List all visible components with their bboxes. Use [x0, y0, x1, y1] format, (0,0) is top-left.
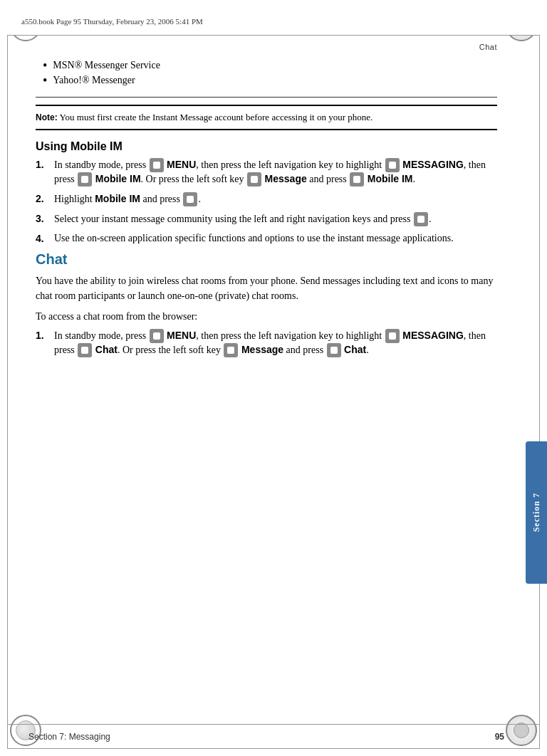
section-tab: Section 7	[526, 441, 547, 584]
step-text: Select your instant message community us…	[54, 213, 431, 227]
header-text: a550.book Page 95 Thursday, February 23,…	[21, 17, 203, 26]
chat-steps: 1. In standby mode, press MENU, then pre…	[36, 330, 497, 358]
svg-rect-11	[330, 347, 338, 354]
messaging-key-icon	[385, 158, 400, 172]
step-number: 3.	[36, 213, 50, 224]
menu-key-icon	[150, 158, 164, 172]
svg-rect-6	[417, 216, 424, 223]
bullet-dot: •	[43, 74, 47, 87]
list-item: 2. Highlight Mobile IM and press .	[36, 193, 497, 207]
message-soft-key-icon	[247, 172, 261, 187]
message-soft-key-icon-chat	[224, 343, 238, 357]
svg-rect-2	[81, 176, 88, 183]
mobile-im-steps: 1. In standby mode, press MENU, then pre…	[36, 159, 497, 244]
step-text: Highlight Mobile IM and press .	[54, 193, 201, 207]
messenger-service-list: • MSN® Messenger Service • Yahoo!® Messe…	[36, 60, 497, 87]
bullet-dot: •	[43, 59, 47, 72]
mobile-im-soft-key-icon	[350, 172, 364, 187]
divider	[36, 97, 497, 98]
note-text: You must first create the Instant Messag…	[58, 112, 373, 122]
svg-rect-10	[227, 347, 234, 354]
using-mobile-im-heading: Using Mobile IM	[36, 140, 497, 153]
list-item: • Yahoo!® Messenger	[43, 75, 497, 87]
footer-page-number: 95	[495, 732, 504, 742]
svg-rect-9	[81, 347, 88, 354]
list-item: 1. In standby mode, press MENU, then pre…	[36, 159, 497, 187]
list-item: 4. Use the on-screen application specifi…	[36, 233, 497, 244]
step-number: 4.	[36, 233, 50, 244]
step-text: In standby mode, press MENU, then press …	[54, 330, 497, 358]
menu-key-icon-chat	[150, 329, 164, 343]
step-text: In standby mode, press MENU, then press …	[54, 159, 497, 187]
svg-rect-3	[251, 176, 258, 183]
footer-section-label: Section 7: Messaging	[28, 732, 110, 742]
list-item: • MSN® Messenger Service	[43, 60, 497, 72]
ok-key-icon-2	[414, 212, 428, 226]
svg-rect-1	[389, 162, 396, 169]
messaging-key-icon-chat	[385, 329, 400, 343]
section-tab-label: Section 7	[531, 493, 542, 532]
mobile-im-key-icon	[78, 172, 92, 187]
section-label: Chat	[36, 43, 497, 51]
note-label: Note:	[36, 112, 58, 122]
page-footer: Section 7: Messaging 95	[7, 724, 540, 749]
svg-rect-8	[389, 332, 396, 340]
main-content: Chat • MSN® Messenger Service • Yahoo!® …	[21, 36, 511, 713]
svg-rect-5	[187, 196, 194, 203]
list-item: 3. Select your instant message community…	[36, 213, 497, 227]
chat-heading: Chat	[36, 251, 497, 268]
step-number: 1.	[36, 330, 50, 341]
step-number: 1.	[36, 159, 50, 170]
step-text: Use the on-screen application specific f…	[54, 233, 454, 244]
ok-key-icon	[183, 192, 197, 206]
chat-para2: To access a chat room from the browser:	[36, 309, 497, 324]
chat-key-icon	[78, 343, 92, 357]
chat-soft-key-icon	[327, 343, 341, 357]
svg-rect-4	[353, 176, 360, 183]
list-item: 1. In standby mode, press MENU, then pre…	[36, 330, 497, 358]
chat-para1: You have the ability to join wireless ch…	[36, 273, 497, 303]
svg-rect-7	[153, 332, 160, 340]
step-number: 2.	[36, 193, 50, 204]
note-box: Note: You must first create the Instant …	[36, 105, 497, 130]
svg-rect-0	[153, 162, 160, 169]
page-header: a550.book Page 95 Thursday, February 23,…	[7, 7, 540, 36]
